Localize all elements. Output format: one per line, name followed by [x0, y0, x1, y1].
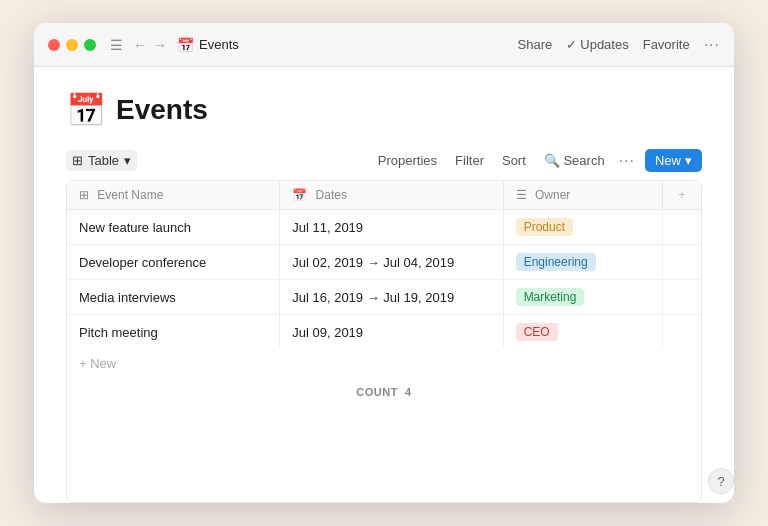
table-row[interactable]: Pitch meeting Jul 09, 2019 CEO [67, 315, 701, 350]
cell-add-3 [663, 315, 701, 350]
page-title: Events [116, 94, 208, 126]
cell-owner-1: Engineering [503, 245, 663, 280]
more-options-button[interactable]: ··· [704, 36, 720, 54]
owner-badge-2: Marketing [516, 288, 585, 306]
help-button[interactable]: ? [708, 468, 734, 494]
col-add-header[interactable]: + [663, 181, 701, 210]
count-label: COUNT [356, 386, 398, 398]
cell-name-2: Media interviews [67, 280, 280, 315]
share-button[interactable]: Share [518, 37, 553, 52]
toolbar-left: ⊞ Table ▾ [66, 150, 137, 171]
filter-button[interactable]: Filter [451, 151, 488, 170]
minimize-button[interactable] [66, 39, 78, 51]
menu-icon[interactable]: ☰ [110, 37, 123, 53]
add-row-button[interactable]: + New [67, 349, 701, 378]
col-owner-icon: ☰ [516, 188, 527, 202]
add-row-label: + New [79, 356, 116, 371]
page-icon: 📅 [66, 91, 106, 129]
cell-add-0 [663, 210, 701, 245]
fullscreen-button[interactable] [84, 39, 96, 51]
view-selector[interactable]: ⊞ Table ▾ [66, 150, 137, 171]
updates-label: Updates [580, 37, 628, 52]
nav-buttons: ← → [133, 37, 167, 53]
col-owner-label: Owner [535, 188, 570, 202]
col-name-icon: ⊞ [79, 188, 89, 202]
table-row[interactable]: New feature launch Jul 11, 2019 Product [67, 210, 701, 245]
check-icon: ✓ [566, 37, 577, 52]
titlebar: ☰ ← → 📅 Events Share ✓ Updates Favorite … [34, 23, 734, 67]
back-button[interactable]: ← [133, 37, 147, 53]
toolbar-more-button[interactable]: ··· [619, 152, 635, 170]
cell-name-3: Pitch meeting [67, 315, 280, 350]
view-label: Table [88, 153, 119, 168]
cell-name-0: New feature launch [67, 210, 280, 245]
updates-button[interactable]: ✓ Updates [566, 37, 628, 52]
new-button[interactable]: New ▾ [645, 149, 702, 172]
page-icon-small: 📅 [177, 37, 194, 53]
titlebar-actions: Share ✓ Updates Favorite ··· [518, 36, 720, 54]
owner-badge-3: CEO [516, 323, 558, 341]
cell-dates-2: Jul 16, 2019 → Jul 19, 2019 [280, 280, 503, 315]
page-header: 📅 Events [66, 91, 702, 129]
sort-button[interactable]: Sort [498, 151, 530, 170]
table-row[interactable]: Developer conference Jul 02, 2019 → Jul … [67, 245, 701, 280]
count-value: 4 [405, 386, 412, 398]
toolbar-right: Properties Filter Sort 🔍 Search ··· New … [374, 149, 702, 172]
table-header-row: ⊞ Event Name 📅 Dates ☰ Owner + [67, 181, 701, 210]
close-button[interactable] [48, 39, 60, 51]
new-label: New [655, 153, 681, 168]
search-button[interactable]: 🔍 Search [540, 151, 609, 170]
cell-add-1 [663, 245, 701, 280]
cell-dates-1: Jul 02, 2019 → Jul 04, 2019 [280, 245, 503, 280]
properties-button[interactable]: Properties [374, 151, 441, 170]
chevron-down-icon: ▾ [124, 153, 131, 168]
app-window: ☰ ← → 📅 Events Share ✓ Updates Favorite … [34, 23, 734, 503]
owner-badge-1: Engineering [516, 253, 596, 271]
col-name-label: Event Name [97, 188, 163, 202]
col-dates-icon: 📅 [292, 188, 307, 202]
favorite-button[interactable]: Favorite [643, 37, 690, 52]
cell-add-2 [663, 280, 701, 315]
table-icon: ⊞ [72, 153, 83, 168]
forward-button[interactable]: → [153, 37, 167, 53]
table-row[interactable]: Media interviews Jul 16, 2019 → Jul 19, … [67, 280, 701, 315]
data-table: ⊞ Event Name 📅 Dates ☰ Owner + [66, 180, 702, 503]
cell-dates-3: Jul 09, 2019 [280, 315, 503, 350]
search-icon: 🔍 [544, 153, 560, 168]
toolbar: ⊞ Table ▾ Properties Filter Sort 🔍 Searc… [66, 149, 702, 172]
cell-dates-0: Jul 11, 2019 [280, 210, 503, 245]
owner-badge-0: Product [516, 218, 573, 236]
new-caret-icon: ▾ [685, 153, 692, 168]
cell-owner-0: Product [503, 210, 663, 245]
col-dates-label: Dates [316, 188, 347, 202]
cell-name-1: Developer conference [67, 245, 280, 280]
search-label: Search [563, 153, 604, 168]
content-area: 📅 Events ⊞ Table ▾ Properties Filter Sor… [34, 67, 734, 503]
cell-owner-3: CEO [503, 315, 663, 350]
col-header-name: ⊞ Event Name [67, 181, 280, 210]
col-header-owner: ☰ Owner [503, 181, 663, 210]
col-header-dates: 📅 Dates [280, 181, 503, 210]
traffic-lights [48, 39, 96, 51]
cell-owner-2: Marketing [503, 280, 663, 315]
count-row: COUNT 4 [67, 378, 701, 406]
window-title: Events [199, 37, 518, 52]
